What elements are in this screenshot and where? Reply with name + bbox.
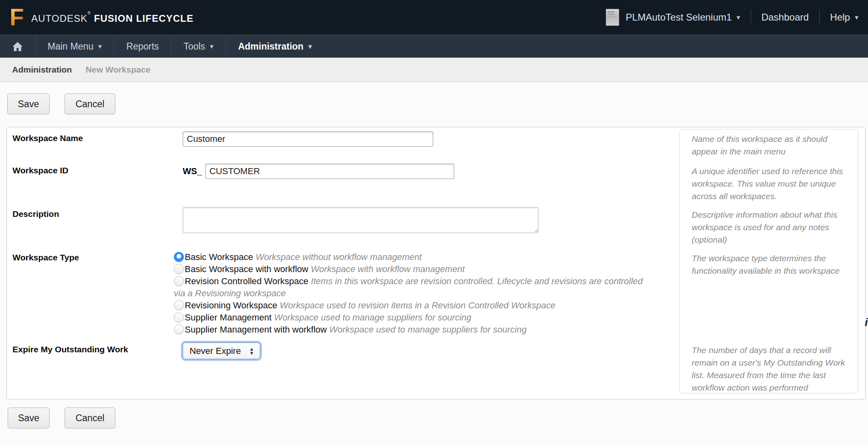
home-button[interactable] bbox=[0, 35, 35, 58]
brand-autodesk: AUTODESK bbox=[31, 13, 88, 24]
select-arrows-icon bbox=[249, 347, 254, 355]
radio-icon[interactable] bbox=[174, 264, 184, 274]
workspace-type-option[interactable]: Revision Controlled Workspace Items in t… bbox=[174, 275, 655, 299]
description-textarea[interactable] bbox=[183, 207, 538, 233]
workspace-type-label: Workspace Type bbox=[13, 253, 79, 262]
user-name: PLMAutoTest Selenium1 bbox=[626, 12, 732, 23]
clipped-text-fragment: i bbox=[865, 316, 868, 330]
description-help: Descriptive information about what this … bbox=[692, 208, 850, 246]
expire-select[interactable]: Never Expire bbox=[183, 343, 260, 359]
avatar[interactable] bbox=[606, 9, 619, 26]
cancel-button[interactable]: Cancel bbox=[65, 408, 115, 428]
workspace-name-help: Name of this workspace as it should appe… bbox=[692, 133, 850, 158]
nav-reports[interactable]: Reports bbox=[114, 35, 171, 58]
radio-icon[interactable] bbox=[174, 252, 184, 262]
radio-icon[interactable] bbox=[174, 276, 184, 286]
expire-help: The number of days that a record will re… bbox=[692, 344, 850, 394]
workspace-name-label: Workspace Name bbox=[13, 133, 83, 143]
new-workspace-form-panel: Workspace Name Name of this workspace as… bbox=[6, 127, 866, 399]
breadcrumb-new-workspace: New Workspace bbox=[86, 65, 150, 75]
brand-title: AUTODESK® FUSION LIFECYCLE bbox=[31, 11, 193, 24]
workspace-type-options: Basic Workspace Workspace without workfl… bbox=[174, 251, 655, 336]
workspace-type-option[interactable]: Basic Workspace with workflow Workspace … bbox=[174, 263, 655, 275]
main-nav: Main Menu Reports Tools Administration bbox=[0, 35, 868, 58]
divider bbox=[819, 10, 820, 25]
top-bar: F AUTODESK® FUSION LIFECYCLE PLMAutoTest… bbox=[0, 0, 868, 35]
workspace-type-option[interactable]: Supplier Management with workflow Worksp… bbox=[174, 324, 655, 336]
nav-tools[interactable]: Tools bbox=[171, 35, 225, 58]
radio-icon[interactable] bbox=[174, 300, 184, 310]
breadcrumb-administration[interactable]: Administration bbox=[12, 65, 72, 75]
expire-label: Expire My Outstanding Work bbox=[13, 345, 128, 354]
chevron-down-icon bbox=[98, 42, 102, 51]
dashboard-link[interactable]: Dashboard bbox=[762, 12, 809, 23]
workspace-name-input[interactable] bbox=[183, 131, 433, 147]
workspace-type-option[interactable]: Revisioning Workspace Workspace used to … bbox=[174, 299, 655, 312]
workspace-id-label: Workspace ID bbox=[13, 166, 69, 175]
workspace-id-input[interactable] bbox=[205, 164, 454, 179]
user-menu[interactable]: PLMAutoTest Selenium1 bbox=[626, 12, 740, 23]
workspace-id-help: A unique identifier used to reference th… bbox=[692, 165, 850, 202]
divider bbox=[751, 10, 751, 25]
radio-icon[interactable] bbox=[174, 312, 184, 322]
chevron-down-icon bbox=[737, 13, 740, 22]
help-menu[interactable]: Help bbox=[830, 12, 858, 23]
expire-select-value: Never Expire bbox=[190, 346, 241, 356]
registered-mark: ® bbox=[88, 11, 91, 15]
workspace-type-option[interactable]: Supplier Management Workspace used to ma… bbox=[174, 312, 655, 324]
cancel-button[interactable]: Cancel bbox=[65, 94, 115, 114]
brand-product: FUSION LIFECYCLE bbox=[94, 13, 194, 24]
nav-main-menu[interactable]: Main Menu bbox=[35, 35, 114, 58]
chevron-down-icon bbox=[308, 42, 312, 51]
radio-icon[interactable] bbox=[174, 324, 184, 335]
description-label: Description bbox=[13, 209, 59, 219]
chevron-down-icon bbox=[210, 42, 214, 51]
nav-administration[interactable]: Administration bbox=[226, 35, 324, 58]
chevron-down-icon bbox=[855, 13, 858, 22]
save-button[interactable]: Save bbox=[7, 94, 50, 114]
workspace-id-prefix: WS_ bbox=[183, 166, 202, 177]
save-button[interactable]: Save bbox=[8, 408, 50, 428]
workspace-type-option[interactable]: Basic Workspace Workspace without workfl… bbox=[174, 251, 655, 263]
workspace-type-help: The workspace type determines the functi… bbox=[692, 252, 850, 277]
autodesk-f-logo-icon: F bbox=[10, 5, 24, 29]
home-icon bbox=[12, 42, 23, 52]
breadcrumb: Administration New Workspace bbox=[0, 58, 868, 82]
